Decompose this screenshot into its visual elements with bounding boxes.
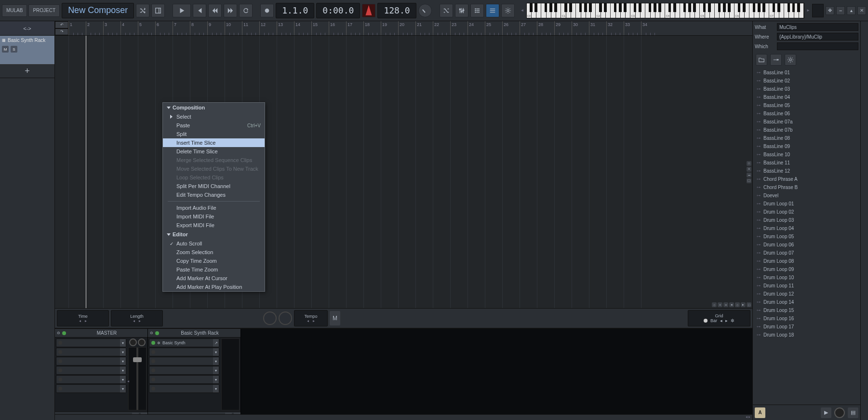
shuffle-icon[interactable]	[136, 4, 149, 17]
ruler-tick[interactable]: 32	[606, 21, 624, 35]
loop-button[interactable]	[239, 4, 253, 17]
menu-auto-scroll[interactable]: ✓Auto Scroll	[163, 239, 265, 248]
piano-key-black[interactable]	[753, 3, 756, 12]
minimize-icon[interactable]: ‒	[836, 6, 845, 15]
piano-key[interactable]: C3	[630, 3, 635, 18]
vzoom-in-icon[interactable]: +	[747, 167, 751, 172]
vzoom-fit-icon[interactable]: ○	[747, 161, 751, 166]
rack-slot[interactable]: ✲Basic Synth↗	[149, 339, 219, 347]
piano-key-black[interactable]	[788, 3, 790, 12]
piano-key-black[interactable]	[569, 3, 572, 12]
move-icon[interactable]: ✥	[826, 6, 834, 15]
piano-key-black[interactable]	[649, 3, 652, 12]
piano-key[interactable]	[645, 3, 650, 18]
mulab-button[interactable]: MULAB	[2, 4, 27, 17]
rack-slot[interactable]: ▾	[56, 339, 126, 347]
time-field[interactable]: Time ◂▸	[57, 310, 109, 326]
ruler-tick[interactable]: 1	[68, 21, 86, 35]
piano-key-black[interactable]	[708, 3, 711, 12]
piano-key[interactable]: C6	[734, 3, 739, 18]
piano-key[interactable]	[611, 3, 615, 18]
hzoom-right-icon[interactable]: ▸	[741, 302, 746, 307]
piano-key-black[interactable]	[762, 3, 765, 12]
skip-start-button[interactable]	[193, 4, 206, 17]
browser-add-icon[interactable]	[770, 54, 782, 66]
menu-delete-time-slice[interactable]: Delete Time Slice	[163, 147, 265, 156]
ruler-tick[interactable]: 31	[589, 21, 606, 35]
browser-item[interactable]: ⊶BassLine 08	[754, 134, 859, 142]
menu-export-midi[interactable]: Export MIDI File	[163, 221, 265, 230]
piano-key-black[interactable]	[604, 3, 607, 12]
ch-collapse-icon[interactable]: ⊖	[150, 331, 153, 335]
piano-key-black[interactable]	[599, 3, 602, 12]
grid-field[interactable]: Grid Bar ◂▸ ✼	[688, 310, 750, 326]
piano-key-black[interactable]	[688, 3, 691, 12]
browser-folder-icon[interactable]	[756, 54, 767, 66]
ruler-tick[interactable]: 22	[433, 21, 450, 35]
mixer-icon[interactable]	[455, 4, 468, 17]
piano-key-black[interactable]	[654, 3, 656, 12]
record-button[interactable]	[260, 4, 274, 17]
menu-split[interactable]: Split	[163, 130, 265, 138]
rewind-button[interactable]	[208, 4, 222, 17]
browser-item[interactable]: ⊶Drum Loop 12	[754, 290, 859, 298]
browser-item[interactable]: ⊶BassLine 10	[754, 150, 859, 159]
tempo-display[interactable]: 128.0	[377, 3, 416, 18]
browser-item[interactable]: ⊶Chord Phrase A	[754, 175, 859, 183]
piano-key[interactable]	[784, 3, 789, 18]
menu-add-marker-cursor[interactable]: Add Marker At Cursor	[163, 274, 265, 283]
menu-select[interactable]: Select	[163, 112, 265, 121]
track-item[interactable]: ▦ Basic Synth Rack M S	[0, 36, 54, 65]
browser-item[interactable]: ⊶BassLine 11	[754, 159, 859, 167]
rack-slot[interactable]: ▾	[56, 366, 126, 375]
piano-key-black[interactable]	[658, 3, 661, 12]
tempo-knob[interactable]	[418, 4, 432, 17]
menu-zoom-selection[interactable]: Zoom Selection	[163, 248, 265, 257]
play-button[interactable]	[173, 4, 191, 17]
piano-key-black[interactable]	[614, 3, 617, 12]
hzoom-reset-icon[interactable]: □	[747, 302, 751, 307]
piano-key-black[interactable]	[743, 3, 746, 12]
browser-item[interactable]: ⊶Drum Loop 03	[754, 216, 859, 224]
browser-item[interactable]: ⊶Drum Loop 18	[754, 331, 859, 339]
browser-item[interactable]: ⊶BassLine 04	[754, 93, 859, 101]
filter-which-input[interactable]	[777, 42, 858, 50]
piano-key-black[interactable]	[589, 3, 592, 12]
ruler-tick[interactable]: 23	[450, 21, 467, 35]
project-button[interactable]: PROJECT	[28, 4, 60, 17]
grid-icon[interactable]	[470, 4, 484, 17]
piano-key[interactable]: C0	[527, 3, 532, 18]
piano-key-black[interactable]	[530, 3, 533, 12]
browser-item[interactable]: ⊶Drum Loop 05	[754, 232, 859, 241]
mixer-scrollbar[interactable]: ◂ ▸	[55, 414, 752, 420]
velocity-display[interactable]	[812, 4, 824, 17]
rack-slot[interactable]: ▾	[149, 384, 219, 393]
arrange-grid[interactable]: ○ + ‒ □ ○ + ‒ ◂ ○ ▸ □	[55, 36, 752, 308]
right-sidebar[interactable]	[860, 21, 868, 420]
hzoom-fit-icon[interactable]: ○	[712, 302, 717, 307]
menu-copy-zoom[interactable]: Copy Time Zoom	[163, 257, 265, 265]
ruler-tick[interactable]: 2	[86, 21, 103, 35]
ruler-tick[interactable]: 4	[120, 21, 138, 35]
rack-slot[interactable]: ▾	[149, 375, 219, 384]
browser-item[interactable]: ⊶BassLine 03	[754, 85, 859, 93]
piano-key-black[interactable]	[673, 3, 676, 12]
forward-button[interactable]	[224, 4, 237, 17]
browser-item[interactable]: ⊶Drum Loop 14	[754, 298, 859, 306]
playhead[interactable]	[86, 36, 86, 308]
menu-insert-time-slice[interactable]: Insert Time Slice	[163, 138, 265, 147]
ruler-tick[interactable]: 12	[259, 21, 277, 35]
browser-list-icon[interactable]: ▤	[848, 407, 858, 418]
browser-item[interactable]: ⊶BassLine 01	[754, 68, 859, 77]
browser-item[interactable]: ⊶Doevel	[754, 191, 859, 200]
ruler-tick[interactable]: 18	[363, 21, 381, 35]
ruler-tick[interactable]: 24	[467, 21, 485, 35]
piano-key-black[interactable]	[738, 3, 741, 12]
piano-key[interactable]	[576, 3, 581, 18]
piano-key-black[interactable]	[579, 3, 582, 12]
browser-item[interactable]: ⊶Drum Loop 16	[754, 314, 859, 323]
ruler-tick[interactable]: 3	[103, 21, 120, 35]
browser-item[interactable]: ⊶Drum Loop 17	[754, 323, 859, 331]
piano-key-black[interactable]	[718, 3, 721, 12]
piano-key-black[interactable]	[683, 3, 686, 12]
